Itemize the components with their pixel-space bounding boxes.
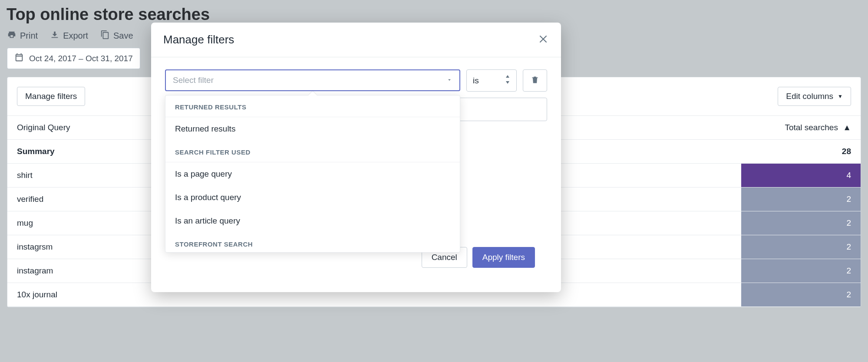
dropdown-group-returned-results: Returned Results [165, 95, 460, 117]
apply-filters-button[interactable]: Apply filters [472, 247, 535, 268]
modal-title: Manage filters [163, 33, 234, 46]
dropdown-item-product-query[interactable]: Is a product query [165, 186, 460, 209]
delete-filter-button[interactable] [523, 69, 547, 92]
chevron-down-icon [446, 76, 452, 85]
dropdown-group-search-filter-used: Search Filter Used [165, 141, 460, 162]
modal-backdrop: Manage filters Select filter [0, 0, 868, 362]
dropdown-group-storefront-search: Storefront Search [165, 233, 460, 252]
manage-filters-modal: Manage filters Select filter [151, 23, 561, 292]
operator-select[interactable]: is [466, 69, 517, 92]
filter-options-dropdown: Returned Results Returned results Search… [165, 95, 460, 253]
dropdown-item-page-query[interactable]: Is a page query [165, 162, 460, 186]
trash-icon [531, 75, 539, 86]
select-filter-dropdown[interactable]: Select filter [165, 69, 460, 91]
dropdown-item-returned-results[interactable]: Returned results [165, 117, 460, 141]
select-filter-placeholder: Select filter [173, 76, 214, 85]
dropdown-item-article-query[interactable]: Is an article query [165, 209, 460, 233]
close-icon [538, 39, 549, 46]
select-stepper-icon [505, 75, 510, 86]
operator-label: is [473, 76, 479, 86]
close-button[interactable] [538, 33, 549, 46]
